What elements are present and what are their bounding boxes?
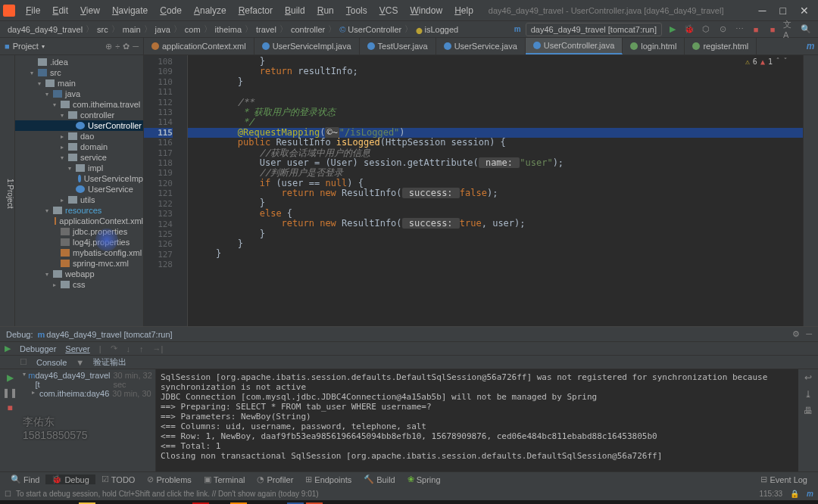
translate-icon[interactable]: 文A [783,23,795,36]
hide-icon[interactable]: ─ [133,42,139,51]
target-icon[interactable]: ⊕ [105,42,112,51]
pause-icon[interactable]: ❚❚ [2,387,17,398]
console-tab[interactable]: Console [36,358,67,367]
step-into-icon[interactable]: ↓ [126,344,131,353]
debug-hide-icon[interactable]: ─ [806,329,812,339]
tree-item[interactable]: ▾service [15,152,143,163]
code-editor[interactable]: 1081091101111121131141151161171181191201… [144,55,803,326]
profile-icon[interactable]: ⊙ [717,23,729,36]
soft-wrap-icon[interactable]: ↩ [804,372,812,383]
tree-item[interactable]: spring-mvc.xml [15,258,143,269]
breadcrumb-item[interactable]: ⬤ isLogged [414,25,460,34]
tree-item[interactable]: mybatis-config.xml [15,247,143,258]
debug-tool[interactable]: 🐞Debug [45,474,95,484]
editor-tab[interactable]: UserService.java [436,38,526,54]
tree-item[interactable]: .idea [15,57,143,67]
tree-item[interactable]: ▸css [15,279,143,290]
tree-item[interactable]: ▾com.itheima.travel [15,99,143,110]
menu-help[interactable]: Help [448,5,479,16]
todo-tool[interactable]: ☑TODO [95,474,142,484]
tree-item[interactable]: ▸utils [15,194,143,205]
menu-analyze[interactable]: Analyze [188,5,233,16]
frame-1[interactable]: day46_day49_travel [t [35,371,110,389]
tree-item[interactable]: ▾resources [15,205,143,216]
memory-icon[interactable]: m [807,490,813,498]
settings-icon[interactable]: ✿ [123,42,130,51]
project-tree[interactable]: .idea▾src▾main▾java▾com.itheima.travel▾c… [15,55,144,326]
breadcrumb-item[interactable]: itheima [214,25,243,34]
stop-debug-icon[interactable]: ■ [7,403,12,413]
breadcrumb-item[interactable]: main [121,25,142,34]
lock-icon[interactable]: 🔒 [790,490,799,498]
menu-vcs[interactable]: VCS [373,5,404,16]
editor-tab[interactable]: UserController.java [526,38,623,54]
menu-refactor[interactable]: Refactor [233,5,279,16]
menu-tools[interactable]: Tools [340,5,373,16]
menu-run[interactable]: Run [311,5,340,16]
build-tool[interactable]: 🔨Build [357,474,401,484]
debugger-tab[interactable]: Debugger [20,344,56,353]
tree-item[interactable]: ▾webapp [15,269,143,279]
tree-item[interactable]: applicationContext.xml [15,216,143,226]
menu-window[interactable]: Window [404,5,448,16]
tree-item[interactable]: ▸dao [15,131,143,142]
tree-item[interactable]: jdbc.properties [15,226,143,237]
profiler-tool[interactable]: ◔Profiler [251,474,299,484]
run-icon[interactable]: ▶ [667,23,679,36]
debug-frames[interactable]: ▾m day46_day49_travel [t30 min, 32 sec ▸… [20,369,156,471]
eventlog-tool[interactable]: ⊟Event Log [754,474,813,484]
tree-item[interactable]: UserServiceImp [15,173,143,184]
project-tool-header[interactable]: ■ Project ▾ ⊕ ÷ ✿ ─ [0,38,144,54]
maven-side-icon[interactable]: m [803,38,818,54]
breadcrumb-item[interactable]: java [154,25,172,34]
console-filter-icon[interactable]: ☐ [20,357,27,367]
editor-tab[interactable]: UserServiceImpl.java [254,38,360,54]
coverage-icon[interactable]: ⬡ [700,23,712,36]
terminal-tool[interactable]: ▣Terminal [198,474,251,484]
resume-icon[interactable]: ▶ [7,372,14,383]
tree-item[interactable]: ▾impl [15,163,143,173]
step-over-icon[interactable]: ↷ [111,344,117,353]
tree-item[interactable]: log4j.properties [15,237,143,247]
menu-build[interactable]: Build [279,5,311,16]
project-side-tab[interactable]: 1:Project [6,179,14,208]
menu-navigate[interactable]: Navigate [106,5,154,16]
status-icon[interactable]: ☐ [5,490,11,498]
tree-item[interactable]: UserService [15,184,143,194]
maximize-icon[interactable]: □ [780,5,786,17]
editor-tab[interactable]: applicationContext.xml [144,38,254,54]
close-icon[interactable]: ✕ [800,5,809,17]
endpoints-tool[interactable]: ⊞Endpoints [299,474,357,484]
tree-item[interactable]: ▸domain [15,142,143,152]
breadcrumb-item[interactable]: travel [254,25,278,34]
debug-rerun-icon[interactable]: ▶ [5,344,11,353]
search-icon[interactable]: 🔍 [800,23,812,36]
debug-icon[interactable]: 🐞 [683,23,695,36]
attach-icon[interactable]: ⋯ [733,23,745,36]
menu-file[interactable]: File [20,5,46,16]
tree-item[interactable]: ▾controller [15,110,143,120]
tree-item[interactable]: ▾src [15,67,143,78]
verify-tab[interactable]: 验证输出 [93,356,126,368]
breadcrumb-item[interactable]: day46_day49_travel [6,25,84,34]
debug-settings-icon[interactable]: ⚙ [792,329,800,339]
frame-2[interactable]: com.itheima:day46 [39,389,109,398]
console-output[interactable]: SqlSession [org.apache.ibatis.session.de… [156,369,798,471]
filter-icon[interactable]: ▼ [76,358,84,367]
step-out-icon[interactable]: ↑ [139,344,144,353]
run-config-dropdown[interactable]: day46_day49_travel [tomcat7:run] [526,23,662,36]
menu-edit[interactable]: Edit [46,5,74,16]
breadcrumb-item[interactable]: © UserController [338,25,403,34]
server-tab[interactable]: Server [65,344,89,353]
breadcrumb-item[interactable]: com [183,25,202,34]
stop-icon[interactable]: ■ [750,23,762,36]
down-arrow-icon[interactable]: ˇ [783,57,788,67]
scroll-end-icon[interactable]: ⤓ [804,389,812,400]
tree-item[interactable]: UserController [15,120,143,131]
editor-tab[interactable]: login.html [623,38,685,54]
tree-item[interactable]: ▾java [15,89,143,99]
inspection-widget[interactable]: ⚠6 ▲1 ˆ ˇ [745,57,788,67]
editor-tab[interactable]: register.html [685,38,757,54]
breadcrumb-item[interactable]: controller [289,25,326,34]
editor-tab[interactable]: TestUser.java [360,38,436,54]
